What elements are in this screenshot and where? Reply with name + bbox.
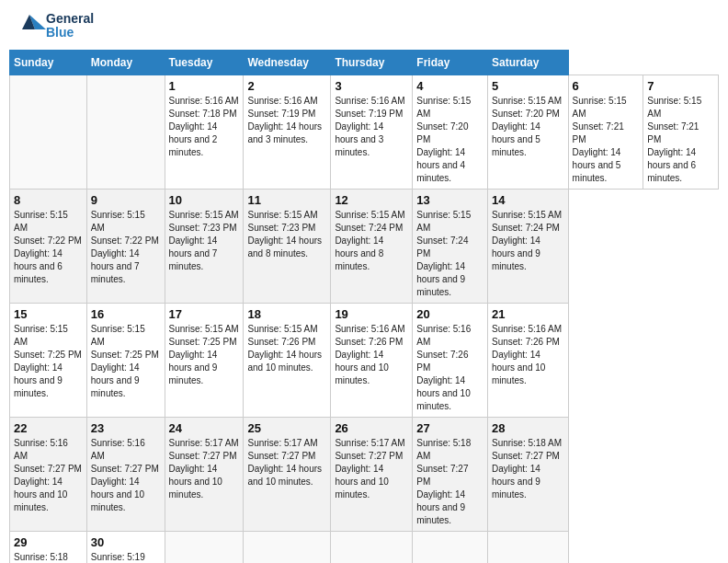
day-number: 16 [91, 307, 161, 321]
cell-info: Sunrise: 5:18 AMSunset: 7:27 PMDaylight:… [416, 437, 483, 527]
day-number: 21 [492, 307, 564, 321]
cell-info: Sunrise: 5:15 AMSunset: 7:23 PMDaylight:… [169, 209, 240, 273]
week-row-5: 29Sunrise: 5:18 AMSunset: 7:27 PMDayligh… [10, 532, 719, 564]
day-number: 20 [416, 307, 483, 321]
calendar-cell: 18Sunrise: 5:15 AMSunset: 7:26 PMDayligh… [244, 304, 331, 418]
calendar-cell [331, 532, 413, 564]
calendar-cell: 10Sunrise: 5:15 AMSunset: 7:23 PMDayligh… [165, 190, 244, 304]
calendar-cell [86, 75, 165, 190]
calendar-cell: 3Sunrise: 5:16 AMSunset: 7:19 PMDaylight… [331, 75, 413, 190]
calendar-cell: 19Sunrise: 5:16 AMSunset: 7:26 PMDayligh… [331, 304, 413, 418]
calendar-cell: 12Sunrise: 5:15 AMSunset: 7:24 PMDayligh… [331, 190, 413, 304]
calendar-cell: 1Sunrise: 5:16 AMSunset: 7:18 PMDaylight… [165, 75, 244, 190]
cell-info: Sunrise: 5:15 AMSunset: 7:21 PMDaylight:… [573, 95, 640, 185]
logo-general-text: General [46, 12, 94, 26]
cell-info: Sunrise: 5:16 AMSunset: 7:19 PMDaylight:… [247, 95, 326, 146]
calendar-cell [165, 532, 244, 564]
cell-info: Sunrise: 5:15 AMSunset: 7:24 PMDaylight:… [416, 209, 483, 299]
day-number: 29 [14, 535, 83, 549]
logo-text: GeneralBlue [46, 12, 94, 40]
weekday-header-friday: Friday [413, 51, 488, 75]
calendar-cell [413, 532, 488, 564]
week-row-2: 8Sunrise: 5:15 AMSunset: 7:22 PMDaylight… [10, 190, 719, 304]
header: GeneralBlue [9, 9, 719, 42]
weekday-header-saturday: Saturday [487, 51, 568, 75]
cell-info: Sunrise: 5:18 AMSunset: 7:27 PMDaylight:… [492, 437, 564, 501]
calendar-cell [10, 75, 87, 190]
calendar-cell: 6Sunrise: 5:15 AMSunset: 7:21 PMDaylight… [568, 75, 643, 190]
cell-info: Sunrise: 5:15 AMSunset: 7:21 PMDaylight:… [647, 95, 714, 185]
calendar-cell: 4Sunrise: 5:15 AMSunset: 7:20 PMDaylight… [413, 75, 488, 190]
weekday-header-tuesday: Tuesday [165, 51, 244, 75]
cell-info: Sunrise: 5:16 AMSunset: 7:26 PMDaylight:… [335, 323, 408, 387]
day-number: 8 [14, 193, 83, 207]
calendar-cell: 13Sunrise: 5:15 AMSunset: 7:24 PMDayligh… [413, 190, 488, 304]
day-number: 24 [169, 421, 240, 435]
weekday-header-sunday: Sunday [10, 51, 87, 75]
day-number: 10 [169, 193, 240, 207]
cell-info: Sunrise: 5:15 AMSunset: 7:22 PMDaylight:… [91, 209, 161, 286]
calendar-cell: 29Sunrise: 5:18 AMSunset: 7:27 PMDayligh… [10, 532, 87, 564]
calendar-cell: 28Sunrise: 5:18 AMSunset: 7:27 PMDayligh… [487, 418, 568, 532]
calendar-cell: 24Sunrise: 5:17 AMSunset: 7:27 PMDayligh… [165, 418, 244, 532]
calendar-cell: 9Sunrise: 5:15 AMSunset: 7:22 PMDaylight… [86, 190, 165, 304]
day-number: 2 [247, 79, 326, 93]
cell-info: Sunrise: 5:15 AMSunset: 7:25 PMDaylight:… [91, 323, 161, 400]
day-number: 4 [416, 79, 483, 93]
day-number: 18 [247, 307, 326, 321]
calendar-cell: 7Sunrise: 5:15 AMSunset: 7:21 PMDaylight… [643, 75, 719, 190]
week-row-3: 15Sunrise: 5:15 AMSunset: 7:25 PMDayligh… [10, 304, 719, 418]
day-number: 3 [335, 79, 408, 93]
day-number: 5 [492, 79, 564, 93]
day-number: 13 [416, 193, 483, 207]
cell-info: Sunrise: 5:15 AMSunset: 7:26 PMDaylight:… [247, 323, 326, 374]
day-number: 26 [335, 421, 408, 435]
cell-info: Sunrise: 5:16 AMSunset: 7:27 PMDaylight:… [91, 437, 161, 514]
week-row-4: 22Sunrise: 5:16 AMSunset: 7:27 PMDayligh… [10, 418, 719, 532]
cell-info: Sunrise: 5:15 AMSunset: 7:25 PMDaylight:… [169, 323, 240, 387]
calendar-cell [244, 532, 331, 564]
calendar-cell: 8Sunrise: 5:15 AMSunset: 7:22 PMDaylight… [10, 190, 87, 304]
calendar-cell: 20Sunrise: 5:16 AMSunset: 7:26 PMDayligh… [413, 304, 488, 418]
cell-info: Sunrise: 5:15 AMSunset: 7:24 PMDaylight:… [492, 209, 564, 273]
week-row-1: 1Sunrise: 5:16 AMSunset: 7:18 PMDaylight… [10, 75, 719, 190]
cell-info: Sunrise: 5:17 AMSunset: 7:27 PMDaylight:… [169, 437, 240, 501]
cell-info: Sunrise: 5:16 AMSunset: 7:26 PMDaylight:… [416, 323, 483, 413]
cell-info: Sunrise: 5:16 AMSunset: 7:19 PMDaylight:… [335, 95, 408, 159]
calendar-cell: 15Sunrise: 5:15 AMSunset: 7:25 PMDayligh… [10, 304, 87, 418]
weekday-header-row: SundayMondayTuesdayWednesdayThursdayFrid… [10, 51, 719, 75]
logo: GeneralBlue [13, 9, 94, 42]
weekday-header-thursday: Thursday [331, 51, 413, 75]
calendar-cell: 2Sunrise: 5:16 AMSunset: 7:19 PMDaylight… [244, 75, 331, 190]
day-number: 6 [573, 79, 640, 93]
weekday-header-wednesday: Wednesday [244, 51, 331, 75]
cell-info: Sunrise: 5:18 AMSunset: 7:27 PMDaylight:… [14, 551, 83, 563]
weekday-header-monday: Monday [86, 51, 165, 75]
cell-info: Sunrise: 5:16 AMSunset: 7:18 PMDaylight:… [169, 95, 240, 159]
cell-info: Sunrise: 5:15 AMSunset: 7:25 PMDaylight:… [14, 323, 83, 400]
calendar-cell [487, 532, 568, 564]
calendar-cell: 5Sunrise: 5:15 AMSunset: 7:20 PMDaylight… [487, 75, 568, 190]
cell-info: Sunrise: 5:15 AMSunset: 7:20 PMDaylight:… [416, 95, 483, 185]
calendar-table: SundayMondayTuesdayWednesdayThursdayFrid… [9, 50, 719, 563]
cell-info: Sunrise: 5:15 AMSunset: 7:20 PMDaylight:… [492, 95, 564, 159]
calendar-cell: 22Sunrise: 5:16 AMSunset: 7:27 PMDayligh… [10, 418, 87, 532]
logo-blue-text: Blue [46, 26, 94, 40]
calendar-cell: 26Sunrise: 5:17 AMSunset: 7:27 PMDayligh… [331, 418, 413, 532]
calendar-cell: 23Sunrise: 5:16 AMSunset: 7:27 PMDayligh… [86, 418, 165, 532]
cell-info: Sunrise: 5:16 AMSunset: 7:27 PMDaylight:… [14, 437, 83, 514]
cell-info: Sunrise: 5:19 AMSunset: 7:27 PMDaylight:… [91, 551, 161, 563]
calendar-cell: 17Sunrise: 5:15 AMSunset: 7:25 PMDayligh… [165, 304, 244, 418]
day-number: 27 [416, 421, 483, 435]
day-number: 12 [335, 193, 408, 207]
calendar-cell: 14Sunrise: 5:15 AMSunset: 7:24 PMDayligh… [487, 190, 568, 304]
day-number: 9 [91, 193, 161, 207]
day-number: 25 [247, 421, 326, 435]
cell-info: Sunrise: 5:15 AMSunset: 7:22 PMDaylight:… [14, 209, 83, 286]
day-number: 19 [335, 307, 408, 321]
day-number: 22 [14, 421, 83, 435]
day-number: 1 [169, 79, 240, 93]
cell-info: Sunrise: 5:17 AMSunset: 7:27 PMDaylight:… [335, 437, 408, 501]
cell-info: Sunrise: 5:17 AMSunset: 7:27 PMDaylight:… [247, 437, 326, 488]
calendar-cell: 27Sunrise: 5:18 AMSunset: 7:27 PMDayligh… [413, 418, 488, 532]
